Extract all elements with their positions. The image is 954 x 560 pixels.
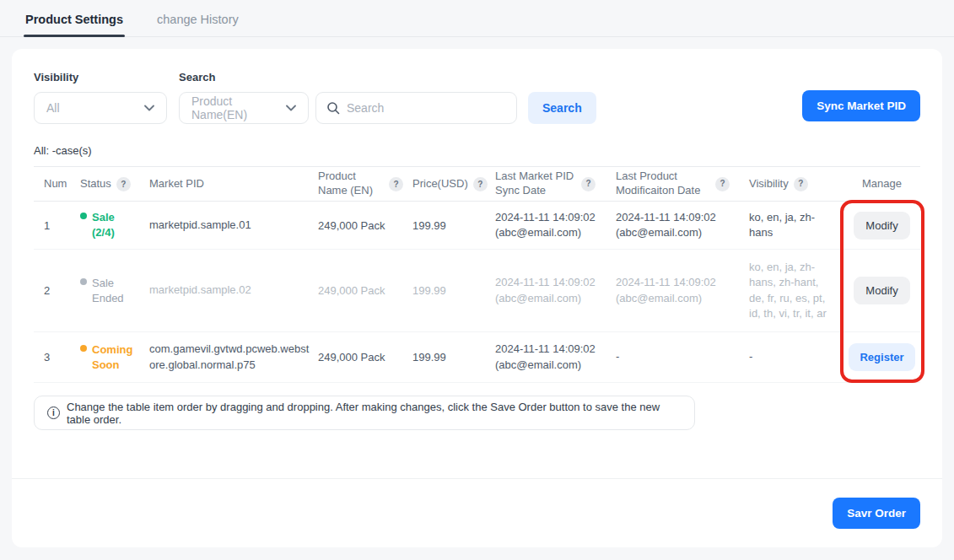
save-order-button[interactable]: Savr Order bbox=[833, 498, 920, 529]
drag-drop-info-box: i Change the table item order by draggin… bbox=[34, 396, 695, 430]
search-input[interactable] bbox=[347, 101, 506, 115]
mod-date-help-icon[interactable]: ? bbox=[715, 177, 730, 191]
status-badge: Sale Ended bbox=[92, 276, 141, 305]
mod-date-value: 2024-11-11 14:09:02 (abc@email.com) bbox=[616, 275, 749, 305]
market-pid-value: marketpid.sample.02 bbox=[149, 283, 318, 298]
visibility-filter-label: Visibility bbox=[34, 71, 167, 83]
info-text: Change the table item order by dragging … bbox=[67, 401, 682, 426]
status-dot-icon bbox=[80, 213, 87, 219]
table-row[interactable]: 3 ComingSoon com.gamevil.gvtwd.pcweb.web… bbox=[34, 332, 920, 383]
tab-change-history[interactable]: change History bbox=[155, 0, 240, 36]
chevron-down-icon bbox=[286, 105, 296, 111]
search-input-wrapper bbox=[315, 92, 517, 124]
visibility-select-value: All bbox=[46, 101, 60, 115]
market-pid-value: marketpid.sample.01 bbox=[149, 218, 318, 233]
visibility-help-icon[interactable]: ? bbox=[794, 177, 808, 191]
sync-date-help-icon[interactable]: ? bbox=[581, 177, 596, 191]
sync-date-value: 2024-11-11 14:09:02 (abc@email.com) bbox=[495, 275, 616, 305]
price-help-icon[interactable]: ? bbox=[473, 177, 488, 191]
register-button[interactable]: Register bbox=[849, 343, 914, 371]
col-status: Status bbox=[80, 177, 111, 191]
search-type-select[interactable]: Product Name(EN) bbox=[179, 92, 309, 124]
row-num: 3 bbox=[34, 351, 80, 363]
visibility-select[interactable]: All bbox=[34, 92, 167, 124]
card-footer: Savr Order bbox=[12, 478, 942, 547]
modify-button[interactable]: Modify bbox=[854, 212, 909, 240]
visibility-value: ko, en, ja, zh-hans, zh-hant, de, fr, ru… bbox=[749, 260, 844, 321]
market-pid-value: com.gamevil.gvtwd.pcweb.webstore.global.… bbox=[149, 342, 318, 372]
status-dot-icon bbox=[80, 345, 87, 352]
sync-date-value: 2024-11-11 14:09:02 (abc@email.com) bbox=[495, 210, 616, 240]
case-count-summary: All: -case(s) bbox=[34, 144, 920, 157]
col-product-name: Product Name (EN) bbox=[318, 170, 384, 198]
sync-date-value: 2024-11-11 14:09:02 (abc@email.com) bbox=[495, 342, 616, 372]
products-table: Num Status ? Market PID Product Name (EN… bbox=[34, 166, 920, 383]
search-icon bbox=[326, 101, 340, 115]
visibility-value: - bbox=[749, 349, 844, 364]
row-num: 1 bbox=[34, 219, 80, 232]
col-market-pid: Market PID bbox=[149, 177, 204, 191]
status-badge: Sale(2/4) bbox=[92, 210, 115, 240]
table-header-row: Num Status ? Market PID Product Name (EN… bbox=[34, 166, 920, 202]
mod-date-value: 2024-11-11 14:09:02 (abc@email.com) bbox=[616, 210, 749, 240]
product-name-value: 249,000 Pack bbox=[318, 284, 412, 297]
table-row[interactable]: 1 Sale(2/4) marketpid.sample.01 249,000 … bbox=[34, 202, 920, 250]
status-help-icon[interactable]: ? bbox=[116, 177, 131, 191]
col-visibility: Visibility bbox=[749, 177, 789, 191]
sync-market-pid-button[interactable]: Sync Market PID bbox=[802, 90, 920, 121]
price-value: 199.99 bbox=[412, 284, 495, 297]
product-name-help-icon[interactable]: ? bbox=[389, 177, 403, 191]
price-value: 199.99 bbox=[412, 351, 495, 363]
col-mod-date: Last Product Modificaiton Date bbox=[616, 170, 710, 198]
search-filter-label: Search bbox=[179, 71, 596, 83]
status-dot-icon bbox=[80, 278, 87, 285]
search-button[interactable]: Search bbox=[528, 92, 596, 124]
price-value: 199.99 bbox=[412, 219, 495, 232]
row-num: 2 bbox=[34, 284, 80, 297]
tab-bar: Product Settings change History bbox=[0, 0, 954, 37]
product-settings-panel: Visibility All Search Product Name(EN) bbox=[12, 49, 942, 547]
filters-row: Visibility All Search Product Name(EN) bbox=[34, 71, 920, 124]
product-name-value: 249,000 Pack bbox=[318, 219, 412, 232]
col-manage: Manage bbox=[862, 177, 902, 191]
mod-date-value: - bbox=[616, 349, 749, 364]
visibility-value: ko, en, ja, zh-hans bbox=[749, 210, 844, 240]
tab-product-settings[interactable]: Product Settings bbox=[24, 0, 125, 36]
modify-button[interactable]: Modify bbox=[854, 277, 909, 304]
product-name-value: 249,000 Pack bbox=[318, 351, 412, 363]
col-price: Price(USD) bbox=[412, 177, 468, 191]
col-num: Num bbox=[44, 177, 67, 191]
col-sync-date: Last Market PID Sync Date bbox=[495, 170, 576, 198]
status-badge: ComingSoon bbox=[92, 342, 132, 372]
table-row[interactable]: 2 Sale Ended marketpid.sample.02 249,000… bbox=[34, 250, 920, 332]
info-icon: i bbox=[47, 407, 60, 419]
search-type-select-value: Product Name(EN) bbox=[191, 94, 286, 121]
chevron-down-icon bbox=[144, 105, 154, 111]
